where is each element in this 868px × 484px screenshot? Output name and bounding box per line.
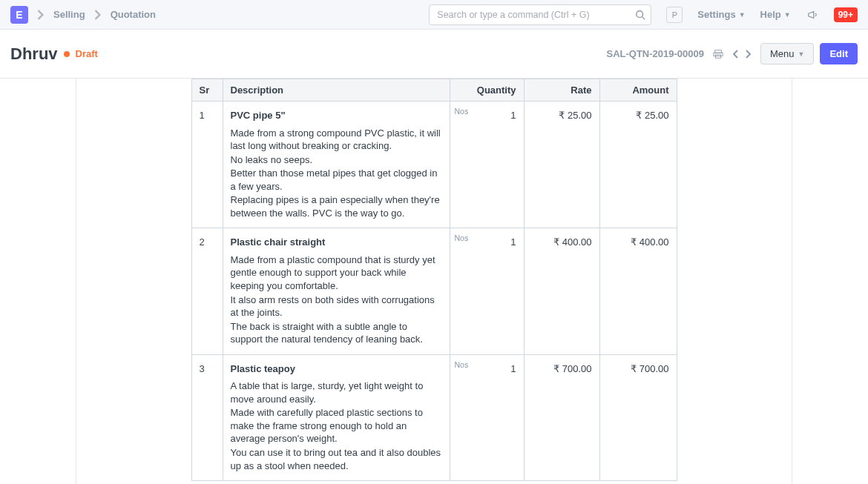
chevron-right-icon (93, 10, 103, 20)
search-icon[interactable] (635, 10, 645, 20)
th-quantity: Quantity (450, 79, 524, 102)
cell-amount: ₹ 400.00 (599, 228, 677, 354)
menu-button[interactable]: Menu ▼ (760, 43, 814, 64)
page-shortcut-indicator[interactable]: P (666, 7, 683, 23)
item-name: Plastic chair straight (231, 236, 442, 249)
qty-value: 1 (510, 236, 516, 248)
item-name: PVC pipe 5" (231, 109, 442, 122)
item-description: Made from a plastic compound that is stu… (231, 253, 442, 346)
doc-title: Dhruv (10, 44, 58, 64)
uom-label: Nos (455, 233, 469, 243)
content: Sr Description Quantity Rate Amount 1PVC… (0, 79, 868, 484)
cell-quantity: Nos1 (450, 102, 524, 228)
item-description: A table that is large, sturdy, yet light… (231, 379, 442, 472)
prev-doc-icon[interactable] (731, 49, 741, 59)
settings-menu[interactable]: Settings ▼ (697, 9, 745, 20)
doc-status: Draft (76, 48, 98, 59)
settings-label: Settings (697, 9, 735, 20)
cell-quantity: Nos1 (450, 354, 524, 480)
status-dot-icon (64, 51, 70, 57)
edit-button[interactable]: Edit (820, 43, 858, 64)
th-amount: Amount (599, 79, 677, 102)
doc-body: Sr Description Quantity Rate Amount 1PVC… (76, 79, 792, 484)
table-row: 1PVC pipe 5"Made from a strong compound … (191, 102, 677, 228)
cell-sr: 2 (191, 228, 223, 354)
th-rate: Rate (524, 79, 599, 102)
items-table: Sr Description Quantity Rate Amount 1PVC… (191, 79, 677, 481)
caret-down-icon: ▼ (784, 11, 791, 19)
cell-sr: 1 (191, 102, 223, 228)
doc-title-block: Dhruv Draft (10, 44, 98, 64)
chevron-right-icon (36, 10, 46, 20)
announcement-icon[interactable] (807, 10, 818, 20)
cell-amount: ₹ 700.00 (599, 354, 677, 480)
help-menu[interactable]: Help ▼ (760, 9, 791, 20)
item-description: Made from a strong compound PVC plastic,… (231, 127, 442, 220)
th-description: Description (223, 79, 450, 102)
breadcrumb-selling[interactable]: Selling (53, 9, 85, 20)
qty-value: 1 (510, 110, 516, 121)
cell-rate: ₹ 400.00 (524, 228, 599, 354)
next-doc-icon[interactable] (743, 49, 753, 59)
doc-nav-icons (713, 49, 753, 59)
table-row: 3Plastic teapoyA table that is large, st… (191, 354, 677, 480)
menu-label: Menu (770, 48, 795, 59)
svg-point-0 (637, 10, 643, 17)
item-name: Plastic teapoy (231, 362, 442, 376)
search-container (429, 4, 651, 25)
th-sr: Sr (191, 79, 223, 102)
uom-label: Nos (455, 359, 469, 370)
cell-description: PVC pipe 5"Made from a strong compound P… (223, 102, 450, 228)
caret-down-icon: ▼ (739, 11, 746, 19)
svg-rect-2 (715, 50, 722, 53)
cell-amount: ₹ 25.00 (599, 102, 677, 228)
navbar: E Selling Quotation P Settings ▼ Help ▼ … (0, 0, 868, 30)
table-row: 2Plastic chair straightMade from a plast… (191, 228, 677, 354)
breadcrumb-quotation[interactable]: Quotation (111, 9, 156, 20)
cell-quantity: Nos1 (450, 228, 524, 354)
help-label: Help (760, 9, 781, 20)
print-icon[interactable] (713, 49, 723, 59)
app-logo[interactable]: E (10, 6, 28, 24)
caret-down-icon: ▼ (798, 50, 805, 58)
cell-sr: 3 (191, 354, 223, 480)
qty-value: 1 (510, 363, 516, 374)
cell-rate: ₹ 25.00 (524, 102, 599, 228)
doc-header: Dhruv Draft SAL-QTN-2019-00009 Menu ▼ Ed… (0, 30, 868, 79)
uom-label: Nos (455, 106, 469, 116)
cell-description: Plastic teapoyA table that is large, stu… (223, 354, 450, 480)
cell-description: Plastic chair straightMade from a plasti… (223, 228, 450, 354)
cell-rate: ₹ 700.00 (524, 354, 599, 480)
doc-id: SAL-QTN-2019-00009 (606, 48, 704, 59)
notification-badge[interactable]: 99+ (834, 7, 858, 22)
search-input[interactable] (429, 4, 651, 25)
svg-line-1 (642, 16, 645, 19)
